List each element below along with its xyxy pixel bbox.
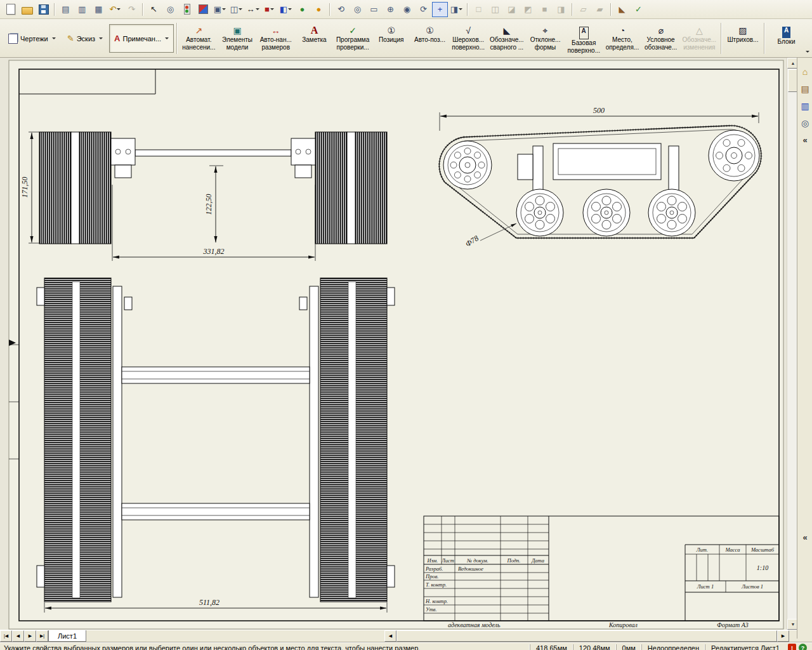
select-icon[interactable]: ↖ xyxy=(146,2,162,17)
ann-button-weld-symbol[interactable]: ◣ Обозначе... сварного ... xyxy=(488,20,527,56)
drawing-canvas[interactable]: 171,50 122,50 331,82 500 xyxy=(0,58,787,630)
zoom-selected-icon[interactable]: ◉ xyxy=(399,2,415,17)
hscroll-left-icon[interactable]: ◀ xyxy=(384,630,396,642)
appearance-icon[interactable]: ● xyxy=(311,2,327,17)
tab-annotations[interactable]: A Примечан... xyxy=(109,24,174,53)
shaded-icon[interactable]: ■ xyxy=(537,2,553,17)
revision-symbol-icon: △ xyxy=(696,25,703,36)
tb-row-razrab: Разраб. xyxy=(425,566,443,572)
tb-list: Лист 1 xyxy=(697,583,714,590)
print-icon[interactable]: ▦ xyxy=(91,2,107,17)
ann-button-geometric-tolerance[interactable]: ⌖ Отклоне... формы xyxy=(526,20,565,56)
next-sheet-icon[interactable]: ▶ xyxy=(24,630,36,642)
view-orientation-icon[interactable]: ◨ xyxy=(449,2,464,17)
realview-icon[interactable]: ▰ xyxy=(592,2,608,17)
edit-color-icon[interactable] xyxy=(195,2,211,17)
page-setup-icon[interactable]: ▥ xyxy=(74,2,90,17)
tab-drawings[interactable]: Чертежи xyxy=(3,24,61,53)
design-library-icon[interactable]: ▤ xyxy=(801,84,809,94)
separator xyxy=(329,3,331,16)
sheet-tab[interactable]: Лист1 xyxy=(48,630,86,642)
horizontal-scroll-thumb[interactable] xyxy=(396,630,777,642)
tables-icon[interactable]: ▣ xyxy=(212,2,228,17)
zoom-area-icon[interactable]: ▭ xyxy=(366,2,382,17)
dim-plan-width[interactable]: 511,82 xyxy=(199,598,219,607)
measure-icon[interactable]: ↔ xyxy=(245,2,261,17)
weldment-icon[interactable]: ◣ xyxy=(614,2,630,17)
ann-button-blocks[interactable]: A Блоки xyxy=(767,20,806,56)
material-icon[interactable]: ● xyxy=(294,2,310,17)
file-explorer-icon[interactable]: ▥ xyxy=(801,101,809,111)
hidden-lines-removed-icon[interactable]: ◪ xyxy=(504,2,520,17)
ann-button-datum-feature[interactable]: A Базовая поверхно... xyxy=(565,20,603,56)
rotate-view-icon[interactable]: ⟳ xyxy=(416,2,431,17)
ann-button-surface-finish[interactable]: √ Шерохов... поверхно... xyxy=(449,20,488,56)
collapse-chevron-bottom-icon[interactable]: « xyxy=(802,533,807,542)
selection-filter-icon[interactable]: ◎ xyxy=(162,2,178,17)
status-y-coordinate: 120.48мм xyxy=(573,644,616,650)
ann-button-note[interactable]: A Заметка xyxy=(295,20,334,56)
custom-properties-icon[interactable]: ◎ xyxy=(801,118,809,128)
vertical-scrollbar[interactable]: ▲ ▼ xyxy=(787,58,797,630)
ann-button-area-hatch[interactable]: ▨ Штрихов... xyxy=(724,20,763,56)
ann-button-auto-dimension-scheme[interactable]: ↔ Авто-нан... размеров xyxy=(256,20,295,56)
first-sheet-icon[interactable]: |◀ xyxy=(0,630,12,642)
last-sheet-icon[interactable]: ▶| xyxy=(36,630,48,642)
zoom-previous-icon[interactable]: ⟲ xyxy=(333,2,349,17)
area-hatch-icon: ▨ xyxy=(738,25,747,36)
shadows-icon[interactable]: ◨ xyxy=(553,2,569,17)
tab-spacer xyxy=(86,630,384,642)
main-toolbar: ▤ ▥ ▦ ↶ ↷ ↖ ◎ ▣ ◫ ↔ ■ ◧ ● ● ⟲ ◎ ▭ ⊕ ◉ ⟳ … xyxy=(0,0,812,19)
dim-side-width[interactable]: 500 xyxy=(593,106,605,115)
help-icon[interactable]: ? xyxy=(799,644,807,650)
hidden-lines-visible-icon[interactable]: ◫ xyxy=(487,2,503,17)
pan-icon[interactable]: + xyxy=(432,2,448,17)
separator xyxy=(467,3,468,16)
undo-icon[interactable]: ↶ xyxy=(107,2,123,17)
ann-button-model-items[interactable]: ▣ Элементы модели xyxy=(218,20,257,56)
tb-razrab-name: Ведокшное xyxy=(458,566,483,572)
hscroll-right-icon[interactable]: ▶ xyxy=(777,630,789,642)
tab-sketch[interactable]: ✎ Эскиз xyxy=(62,24,108,53)
zoom-fit-icon[interactable]: ◎ xyxy=(350,2,365,17)
tb-col-data: Дата xyxy=(531,557,544,564)
ann-button-revision-symbol[interactable]: △ Обозначе... изменения xyxy=(680,20,719,56)
tb-row-utv: Утв. xyxy=(426,606,437,613)
ann-button-auto-dimension[interactable]: ↗ Автомат. нанесени... xyxy=(180,20,218,56)
collapse-chevron-icon[interactable]: « xyxy=(802,135,807,145)
ann-button-datum-target[interactable]: ◔ Место, определя... xyxy=(603,20,642,56)
horizontal-scrollbar[interactable] xyxy=(396,630,777,642)
dim-front-width[interactable]: 331,82 xyxy=(203,247,225,256)
save-icon[interactable] xyxy=(36,2,51,17)
redo-icon[interactable]: ↷ xyxy=(124,2,140,17)
open-folder-icon[interactable] xyxy=(19,2,35,17)
solidworks-resources-icon[interactable]: ⌂ xyxy=(802,67,808,77)
tb-scale: 1:10 xyxy=(757,564,768,571)
shaded-with-edges-icon[interactable]: ◩ xyxy=(520,2,536,17)
print-preview-icon[interactable]: ▤ xyxy=(58,2,74,17)
section-display-icon[interactable]: ▱ xyxy=(575,2,591,17)
rebuild-icon[interactable] xyxy=(179,2,195,17)
section-view-icon[interactable]: ◧ xyxy=(278,2,294,17)
status-z-coordinate: 0мм xyxy=(616,644,641,650)
ann-button-auto-balloon[interactable]: ① Авто-поз... xyxy=(410,20,449,56)
ann-button-balloon[interactable]: ① Позиция xyxy=(372,20,410,56)
tb-massa: Масса xyxy=(725,547,740,553)
zoom-in-out-icon[interactable]: ⊕ xyxy=(383,2,398,17)
ann-button-hole-callout[interactable]: ⌀ Условное обозначе... xyxy=(641,20,680,56)
model-items-icon: ▣ xyxy=(233,25,241,36)
ann-button-spell-checker[interactable]: ✓ Программа проверки... xyxy=(334,20,372,56)
prev-sheet-icon[interactable]: ◀ xyxy=(12,630,24,642)
blocks-icon: A xyxy=(782,27,790,38)
rebuild-needed-icon[interactable]: ! xyxy=(788,644,796,650)
view-cube-icon[interactable]: ■ xyxy=(261,2,277,17)
wireframe-icon[interactable]: □ xyxy=(471,2,487,17)
model-view-icon[interactable]: ◫ xyxy=(228,2,244,17)
tb-lit: Лит. xyxy=(696,547,708,553)
new-document-icon[interactable] xyxy=(3,2,18,17)
dim-front-inner[interactable]: 122,50 xyxy=(204,194,213,215)
tab-sketch-label: Эскиз xyxy=(77,35,95,43)
toolbar-overflow-icon[interactable] xyxy=(806,51,809,53)
evaluate-icon[interactable]: ✓ xyxy=(631,2,646,17)
dim-front-height[interactable]: 171,50 xyxy=(20,177,29,198)
